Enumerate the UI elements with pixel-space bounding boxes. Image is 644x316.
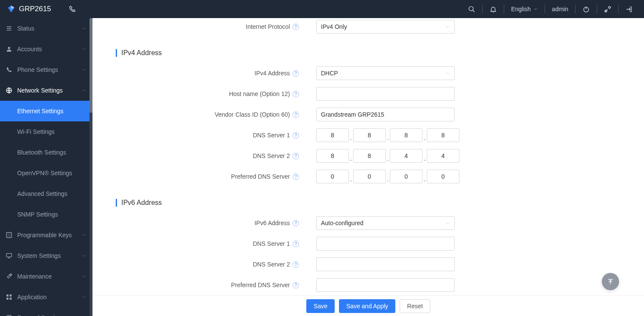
input-dns2-oct4[interactable] [427,149,459,163]
input-dns1-oct1[interactable] [316,128,349,142]
product-name: GRP2615 [19,5,51,13]
chevron-down-icon [81,274,86,279]
sidebar-sub-openvpn[interactable]: OpenVPN® Settings [0,163,92,183]
input-host-name[interactable] [316,87,455,101]
input-pdns-oct1[interactable] [316,170,349,183]
sidebar-item-network-settings[interactable]: Network Settings [0,80,92,101]
input-dns2-oct2[interactable] [353,149,386,163]
wrench-icon [4,273,14,280]
help-icon[interactable]: ? [293,132,299,139]
svg-rect-7 [6,254,12,257]
person-icon [4,46,14,53]
row-dns2: DNS Server 2 ? . . . [110,146,627,166]
globe-icon [4,87,14,94]
action-bar: Save Save and Apply Reset [92,295,644,316]
help-icon[interactable]: ? [293,261,299,268]
service-icon [4,314,14,316]
sidebar-item-system-settings[interactable]: System Settings [0,245,92,266]
language-select[interactable]: English [504,0,545,18]
sidebar-sub-snmp[interactable]: SNMP Settings [0,204,92,225]
save-apply-button[interactable]: Save and Apply [339,299,395,313]
input-ipv6-pdns[interactable] [316,278,455,292]
top-right: English admin [461,0,640,18]
phone-icon [4,66,14,73]
sidebar-item-accounts[interactable]: Accounts [0,39,92,59]
sidebar-item-external-service[interactable]: External Service [0,307,92,316]
top-bar: GRP2615 English admin [0,0,644,18]
section-ipv4: IPv4 Address [116,49,627,57]
svg-point-4 [8,47,10,49]
row-ipv4-mode: IPv4 Address ? DHCP [110,63,627,84]
select-ipv4-mode[interactable]: DHCP [316,66,455,80]
svg-rect-8 [6,294,9,297]
save-button[interactable]: Save [306,299,335,313]
chevron-down-icon [81,46,86,52]
help-icon[interactable]: ? [293,220,299,226]
sidebar-item-maintenance[interactable]: Maintenance [0,266,92,287]
help-icon[interactable]: ? [293,241,299,247]
keypad-icon [4,232,14,239]
chevron-down-icon [81,294,86,300]
select-ipv6-mode[interactable]: Auto-configured [316,216,455,230]
input-dns1-oct4[interactable] [427,128,459,142]
sidebar-sub-bluetooth[interactable]: Bluetooth Settings [0,142,92,163]
row-host-name: Host name (Option 12) ? [110,84,627,104]
input-pdns-oct2[interactable] [353,170,386,183]
help-icon[interactable]: ? [293,112,299,118]
input-dns2-oct3[interactable] [390,149,422,163]
row-vendor-class: Vendor Class ID (Option 60) ? [110,104,627,125]
section-accent [116,49,117,57]
sidebar-sub-ethernet[interactable]: Ethernet Settings [0,101,92,121]
handset-icon[interactable] [68,5,76,13]
monitor-icon [4,252,14,259]
sidebar-scrollbar[interactable] [89,18,92,316]
help-icon[interactable]: ? [293,91,299,97]
chevron-down-icon [533,7,538,11]
input-vendor-class[interactable] [316,108,455,121]
row-ipv6-dns1: DNS Server 1 ? [110,233,627,254]
sidebar-scrollbar-thumb[interactable] [89,18,92,113]
section-ipv6: IPv6 Address [116,199,627,207]
row-ipv6-dns2: DNS Server 2 ? [110,254,627,275]
tools-button[interactable] [597,0,618,18]
sidebar-item-phone-settings[interactable]: Phone Settings [0,59,92,80]
input-ipv6-dns2[interactable] [316,257,455,271]
chevron-down-icon [81,232,86,238]
chevron-down-icon [81,253,86,258]
input-pdns-oct3[interactable] [390,170,422,183]
back-to-top-button[interactable] [602,273,619,290]
section-accent [116,199,117,207]
svg-rect-10 [6,297,9,300]
logout-button[interactable] [619,0,640,18]
sidebar-sub-advanced[interactable]: Advanced Settings [0,183,92,204]
svg-rect-11 [9,297,12,300]
row-ipv6-mode: IPv6 Address ? Auto-configured [110,213,627,233]
help-icon[interactable]: ? [293,70,299,77]
help-icon[interactable]: ? [293,24,299,30]
select-internet-protocol[interactable]: IPv4 Only [316,20,455,34]
sidebar-item-status[interactable]: Status [0,18,92,39]
reset-button[interactable]: Reset [400,299,430,313]
search-button[interactable] [461,0,482,18]
input-dns2-oct1[interactable] [316,149,349,163]
help-icon[interactable]: ? [293,173,299,180]
chevron-down-icon [445,71,450,76]
sidebar-item-application[interactable]: Application [0,287,92,307]
input-pdns-oct4[interactable] [427,170,459,183]
svg-point-0 [469,6,473,11]
user-label[interactable]: admin [545,0,575,18]
help-icon[interactable]: ? [293,282,299,288]
sidebar-sub-wifi[interactable]: Wi-Fi Settings [0,121,92,142]
power-button[interactable] [576,0,597,18]
input-dns1-oct3[interactable] [390,128,422,142]
row-pdns: Preferred DNS Server ? . . . [110,166,627,187]
input-dns1-oct2[interactable] [353,128,386,142]
notifications-button[interactable] [483,0,504,18]
label-internet-protocol: Internet Protocol [246,23,290,30]
list-icon [4,25,14,32]
input-ipv6-dns1[interactable] [316,237,455,251]
help-icon[interactable]: ? [293,153,299,159]
chevron-down-icon [81,26,86,31]
sidebar-item-programmable-keys[interactable]: Programmable Keys [0,225,92,245]
chevron-down-icon [445,221,450,226]
